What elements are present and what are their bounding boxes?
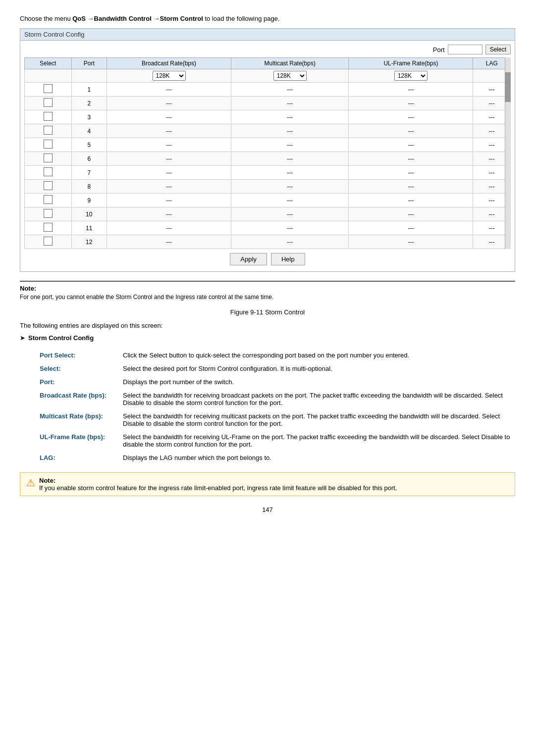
row-ul-frame-7: --- — [349, 180, 473, 194]
row-ul-frame-2: --- — [349, 110, 473, 124]
ul-rate-select-cell: Disable64K128K256K512K1M2M — [349, 69, 473, 83]
col-header-select: Select — [25, 58, 72, 69]
table-row: 4 --- --- --- --- — [25, 124, 511, 138]
multicast-rate-select[interactable]: Disable64K128K256K512K1M2M — [273, 71, 307, 81]
col-header-broadcast: Broadcast Rate(bps) — [107, 58, 231, 69]
port-select-button[interactable]: Select — [485, 45, 511, 54]
row-checkbox-10[interactable] — [44, 223, 53, 232]
section-title: ➤ Storm Control Config — [20, 334, 515, 342]
intro-text: Choose the menu QoS →Bandwidth Control →… — [20, 15, 515, 22]
row-port-2: 3 — [71, 110, 107, 124]
row-port-4: 5 — [71, 138, 107, 152]
ul-frame-rate-select[interactable]: Disable64K128K256K512K1M2M — [394, 71, 428, 81]
row-ul-frame-6: --- — [349, 166, 473, 180]
row-checkbox-8[interactable] — [44, 195, 53, 204]
storm-box-content: Port Select Select Port Broadcast Rate(b… — [20, 41, 515, 271]
def-desc-4: Select the bandwidth for receiving multi… — [119, 409, 515, 430]
row-checkbox-cell — [25, 97, 72, 110]
row-ul-frame-10: --- — [349, 221, 473, 235]
qos-label: QoS — [72, 15, 86, 22]
row-checkbox-cell — [25, 235, 72, 249]
row-checkbox-9[interactable] — [44, 209, 53, 218]
bottom-note-content: If you enable storm control feature for … — [39, 484, 397, 492]
row-port-1: 2 — [71, 97, 107, 110]
def-term-3: Broadcast Rate (bps): — [20, 389, 119, 409]
row-checkbox-0[interactable] — [44, 84, 53, 93]
def-desc-3: Select the bandwidth for receiving broad… — [119, 389, 515, 409]
bandwidth-label: Bandwidth Control — [94, 15, 152, 22]
storm-label: Storm Control — [160, 15, 203, 22]
bottom-note-text: Note: If you enable storm control featur… — [39, 477, 397, 492]
row-ul-frame-3: --- — [349, 124, 473, 138]
row-port-10: 11 — [71, 221, 107, 235]
row-broadcast-1: --- — [107, 97, 231, 110]
row-checkbox-4[interactable] — [44, 140, 53, 149]
definition-row: Broadcast Rate (bps): Select the bandwid… — [20, 389, 515, 409]
def-term-4: Multicast Rate (bps): — [20, 409, 119, 430]
row-ul-frame-8: --- — [349, 194, 473, 207]
row-checkbox-7[interactable] — [44, 181, 53, 190]
definition-row: UL-Frame Rate (bps): Select the bandwidt… — [20, 430, 515, 451]
row-checkbox-3[interactable] — [44, 126, 53, 135]
row-ul-frame-1: --- — [349, 97, 473, 110]
section-arrow: ➤ — [20, 334, 25, 342]
row-ul-frame-4: --- — [349, 138, 473, 152]
row-ul-frame-5: --- — [349, 152, 473, 166]
page-number: 147 — [20, 506, 515, 513]
apply-button[interactable]: Apply — [230, 253, 267, 265]
broadcast-rate-select[interactable]: Disable64K128K256K512K1M2M — [153, 71, 186, 81]
row-broadcast-8: --- — [107, 194, 231, 207]
note-section: Note: For one port, you cannot enable th… — [20, 281, 515, 301]
description-heading: The following entries are displayed on t… — [20, 322, 515, 329]
row-checkbox-cell — [25, 194, 72, 207]
row-checkbox-cell — [25, 207, 72, 221]
row-multicast-8: --- — [231, 194, 349, 207]
def-desc-0: Click the Select button to quick-select … — [119, 349, 515, 362]
row-broadcast-6: --- — [107, 166, 231, 180]
button-row: Apply Help — [24, 253, 511, 265]
row-ul-frame-0: --- — [349, 83, 473, 97]
row-multicast-4: --- — [231, 138, 349, 152]
table-row: 3 --- --- --- --- — [25, 110, 511, 124]
row-checkbox-cell — [25, 83, 72, 97]
row-checkbox-1[interactable] — [44, 98, 53, 107]
broadcast-rate-select-cell: Disable64K128K256K512K1M2M — [107, 69, 231, 83]
definition-table: Port Select: Click the Select button to … — [20, 349, 515, 464]
def-term-6: LAG: — [20, 451, 119, 464]
storm-box-title: Storm Control Config — [20, 29, 515, 41]
help-button[interactable]: Help — [271, 253, 305, 265]
row-broadcast-7: --- — [107, 180, 231, 194]
scrollbar[interactable] — [505, 57, 511, 249]
def-desc-1: Select the desired port for Storm Contro… — [119, 362, 515, 375]
row-multicast-7: --- — [231, 180, 349, 194]
table-row: 1 --- --- --- --- — [25, 83, 511, 97]
row-broadcast-9: --- — [107, 207, 231, 221]
row-port-11: 12 — [71, 235, 107, 249]
bottom-note: ⚠ Note: If you enable storm control feat… — [20, 472, 515, 496]
arrow2: → — [153, 15, 160, 22]
row-port-7: 8 — [71, 180, 107, 194]
row-port-6: 7 — [71, 166, 107, 180]
row-checkbox-11[interactable] — [44, 237, 53, 246]
rate-select-empty-2 — [71, 69, 107, 83]
definition-row: LAG: Displays the LAG number which the p… — [20, 451, 515, 464]
scroll-thumb[interactable] — [505, 72, 511, 102]
row-broadcast-2: --- — [107, 110, 231, 124]
row-checkbox-6[interactable] — [44, 167, 53, 176]
row-checkbox-2[interactable] — [44, 112, 53, 121]
row-checkbox-cell — [25, 110, 72, 124]
note-text: For one port, you cannot enable the Stor… — [20, 294, 515, 301]
row-multicast-6: --- — [231, 166, 349, 180]
row-checkbox-cell — [25, 221, 72, 235]
def-desc-2: Displays the port number of the switch. — [119, 375, 515, 389]
def-term-1: Select: — [20, 362, 119, 375]
row-checkbox-cell — [25, 124, 72, 138]
row-checkbox-5[interactable] — [44, 153, 53, 162]
row-port-5: 6 — [71, 152, 107, 166]
row-multicast-10: --- — [231, 221, 349, 235]
section-title-text: Storm Control Config — [28, 334, 94, 342]
warning-icon: ⚠ — [26, 477, 35, 489]
col-header-port: Port — [71, 58, 107, 69]
table-row: 9 --- --- --- --- — [25, 194, 511, 207]
port-input[interactable] — [448, 45, 482, 54]
